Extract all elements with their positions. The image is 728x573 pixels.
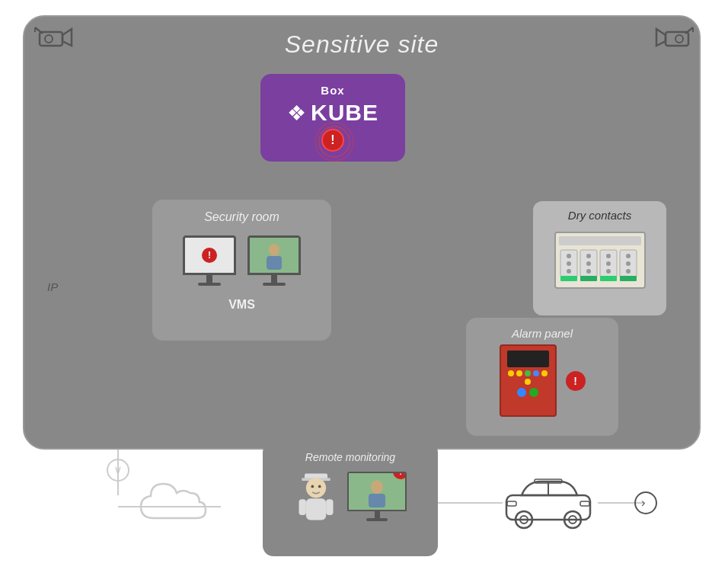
svg-rect-55: [620, 276, 637, 281]
svg-point-60: [318, 485, 321, 488]
kube-box-label: Box: [321, 84, 344, 97]
alarm-panel: Alarm panel: [466, 318, 618, 436]
remote-content: !: [293, 468, 407, 525]
alarm-btn-green: [525, 370, 531, 376]
svg-rect-33: [267, 256, 282, 270]
alarm-device-bottom: [517, 388, 538, 397]
alarm-panel-content: !: [500, 344, 586, 417]
cloud-icon: [137, 476, 221, 530]
monitors-row: !: [181, 232, 303, 289]
camera-tr-svg: [654, 21, 696, 56]
car-icon: [503, 472, 594, 530]
svg-point-40: [567, 254, 571, 258]
alarm-btn-3: [541, 370, 548, 376]
svg-point-44: [586, 261, 591, 266]
svg-rect-76: [40, 32, 62, 46]
kube-alert-text: !: [330, 133, 334, 147]
svg-point-43: [586, 254, 591, 258]
svg-rect-74: [580, 501, 589, 506]
officer-svg: [293, 468, 339, 525]
svg-rect-67: [506, 495, 590, 520]
small-monitor-stand: [375, 511, 380, 518]
svg-point-49: [626, 254, 631, 258]
monitor-stand-1: [206, 275, 212, 283]
svg-line-79: [35, 27, 43, 34]
svg-rect-66: [369, 494, 385, 507]
svg-rect-73: [507, 501, 516, 506]
diagram-wrapper: ‹ › ∨ ∨ ∨ ‹ ‹ ∨ › Sensitive site Box: [0, 0, 728, 573]
dry-contacts: Dry contacts: [533, 201, 666, 315]
alarm-alert-icon: !: [566, 371, 586, 391]
remote-alert-text: !: [399, 472, 402, 476]
svg-text:∨: ∨: [113, 463, 123, 476]
remote-monitoring-title: Remote monitoring: [305, 451, 395, 463]
small-monitor-svg: [349, 473, 405, 510]
svg-rect-52: [560, 276, 577, 281]
kube-alert-badge: !: [321, 129, 344, 152]
svg-point-47: [606, 261, 611, 266]
svg-marker-77: [62, 29, 72, 46]
alarm-alert-text: !: [573, 375, 577, 387]
monitor-base-1: [198, 283, 221, 286]
alarm-btn-2: [516, 370, 522, 376]
monitor-camera: [246, 232, 303, 289]
svg-point-59: [311, 485, 314, 488]
monitor-alert: !: [181, 232, 238, 289]
svg-marker-82: [656, 29, 666, 46]
svg-rect-53: [580, 276, 597, 281]
alarm-device: [500, 344, 557, 417]
security-room-title: Security room: [204, 210, 279, 224]
svg-rect-35: [559, 236, 641, 245]
monitor-stand-2: [271, 275, 277, 283]
svg-point-83: [675, 35, 683, 43]
officer-icon: [293, 468, 339, 525]
alarm-indicator-green: [529, 388, 538, 397]
sensitive-site: Sensitive site Box ❖ KUBE ! Security roo…: [23, 15, 701, 450]
camera-top-left: [32, 21, 74, 59]
dry-contacts-device: [554, 232, 646, 289]
alarm-indicator-blue: [517, 388, 526, 397]
svg-line-84: [685, 27, 693, 34]
svg-rect-81: [666, 32, 688, 46]
camera-person-svg: [250, 238, 299, 273]
svg-rect-62: [299, 499, 306, 515]
svg-rect-63: [326, 499, 333, 515]
monitor-alert-screen: !: [183, 235, 236, 275]
sensitive-site-title: Sensitive site: [24, 30, 699, 59]
small-monitor: !: [346, 472, 407, 521]
dry-contacts-title: Dry contacts: [568, 209, 631, 222]
svg-rect-61: [306, 498, 326, 520]
dry-contacts-pcb: [556, 233, 644, 283]
small-monitor-screen: !: [347, 472, 407, 511]
camera-top-right: [654, 21, 696, 59]
alarm-device-buttons: [507, 370, 549, 385]
svg-point-78: [45, 35, 53, 43]
svg-point-42: [567, 269, 571, 274]
svg-point-51: [626, 269, 631, 274]
ip-label: IP: [47, 280, 58, 293]
svg-point-27: [107, 459, 129, 481]
alarm-btn-blue: [533, 370, 539, 376]
cloud-svg: [137, 476, 221, 530]
svg-rect-54: [600, 276, 617, 281]
remote-monitoring: Remote monitoring: [263, 442, 438, 556]
alarm-panel-title: Alarm panel: [512, 327, 573, 340]
svg-point-58: [306, 478, 326, 498]
svg-text:›: ›: [641, 496, 645, 509]
small-monitor-base: [366, 518, 388, 521]
car-svg: [503, 472, 594, 530]
svg-point-48: [606, 269, 611, 274]
security-room: Security room !: [152, 200, 331, 341]
monitor-alert-icon: !: [202, 248, 217, 263]
svg-point-29: [635, 492, 656, 514]
alarm-device-display: [507, 351, 549, 367]
svg-point-41: [567, 261, 571, 266]
svg-point-45: [586, 269, 591, 274]
alarm-btn-4: [525, 379, 531, 385]
monitor-camera-screen: [247, 235, 301, 275]
alarm-btn-1: [508, 370, 514, 376]
svg-point-46: [606, 254, 611, 258]
svg-point-50: [626, 261, 631, 266]
svg-point-32: [269, 244, 279, 256]
camera-tl-svg: [32, 21, 74, 56]
